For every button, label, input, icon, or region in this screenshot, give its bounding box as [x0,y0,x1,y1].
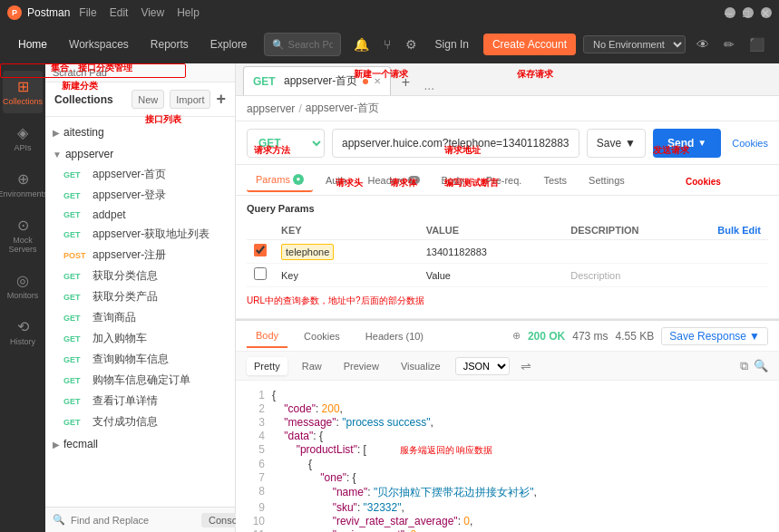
list-item[interactable]: POSTappserver-注册 [56,245,235,266]
import-button[interactable]: Import [170,90,210,109]
tab-body[interactable]: Body [433,169,473,191]
copy-response-icon[interactable]: ⧉ [740,359,748,373]
menu-edit[interactable]: Edit [106,5,132,21]
nav-home[interactable]: Home [11,34,54,55]
maximize-button[interactable]: □ [743,7,754,18]
search-response-icon[interactable]: 🔍 [754,359,768,373]
save-response-button[interactable]: Save Response ▼ [661,327,768,345]
method-badge: POST [63,251,89,260]
sidebar-item-label-environments: Environments [0,189,48,198]
fmt-tab-pretty[interactable]: Pretty [247,357,287,375]
sidebar-item-environments[interactable]: ⊕ Environments [3,163,43,206]
collection-group-header-fecmall[interactable]: ▶ fecmall [45,434,235,454]
tab-params[interactable]: Params ● [247,169,313,192]
nav-explore[interactable]: Explore [203,34,255,55]
method-badge: GET [63,314,89,323]
list-item[interactable]: GET获取分类产品 [56,286,235,307]
item-name: appserver-登录 [93,188,166,203]
resp-tab-headers[interactable]: Headers (10) [356,325,433,347]
list-item[interactable]: GET购物车信息确定订单 [56,370,235,391]
breadcrumb-part-2[interactable]: appserver-首页 [306,101,379,116]
tab-close-button[interactable]: ✕ [374,76,381,86]
tab-headers[interactable]: Headers 6 [359,169,429,191]
cookies-button[interactable]: Cookies [732,138,768,149]
menu-file[interactable]: File [75,5,100,21]
nav-workspaces[interactable]: Workspaces [62,34,136,55]
tab-settings[interactable]: Settings [579,169,634,191]
resp-tab-cookies[interactable]: Cookies [295,325,349,347]
param-desc-input[interactable] [570,270,701,281]
close-button[interactable]: ✕ [761,7,772,18]
new-collection-button[interactable]: New [131,90,164,109]
list-item[interactable]: GET支付成功信息 [56,411,235,432]
collection-group-appserver: ▼ appserver GETappserver-首页 GETappserver… [45,144,235,432]
gear-icon[interactable]: ⚙ [402,34,421,55]
param-value-input[interactable] [426,270,557,281]
bell-icon[interactable]: 🔔 [350,34,373,55]
sidebar-item-apis[interactable]: ◈ APIs [3,117,43,160]
breadcrumb: appserver / appserver-首页 [236,96,779,121]
list-item[interactable]: GETaddpet [56,206,235,224]
fmt-tab-preview[interactable]: Preview [336,357,386,375]
param-key-input[interactable] [281,270,412,281]
main-wrapper: ⊞ Collections ◈ APIs ⊕ Environments ⊙ Mo… [0,63,779,532]
tab-appserver-home[interactable]: GET appserver-首页 ✕ [243,66,391,95]
fmt-tab-raw[interactable]: Raw [295,357,329,375]
sign-in-button[interactable]: Sign In [428,34,476,54]
param-checkbox[interactable] [254,244,267,256]
menu-help[interactable]: Help [173,5,203,21]
list-item[interactable]: GETappserver-获取地址列表 [56,224,235,245]
search-input[interactable] [288,39,333,50]
response-icons: ⧉ 🔍 [740,359,768,373]
list-item[interactable]: GET查询商品 [56,307,235,328]
find-replace-input[interactable] [71,515,196,526]
save-label: Save [597,137,621,150]
create-account-button[interactable]: Create Account [483,34,576,55]
send-button[interactable]: Send ▼ [653,129,721,158]
more-tabs-button[interactable]: ··· [420,81,438,95]
breadcrumb-part-1[interactable]: appserver [247,102,295,115]
response-size: 4.55 KB [616,330,655,343]
collection-group-header-aitesting[interactable]: ▶ aitesting [45,122,235,142]
collection-group-header-appserver[interactable]: ▼ appserver [45,144,235,164]
list-item[interactable]: GET查询购物车信息 [56,349,235,370]
sidebar-item-collections[interactable]: ⊞ Collections [3,71,43,113]
list-item[interactable]: GET加入购物车 [56,328,235,349]
more-icon[interactable]: ⬛ [745,34,768,55]
method-badge: GET [63,376,89,385]
environment-select[interactable]: No Environment [583,35,686,53]
list-item[interactable]: GETappserver-登录 [56,185,235,206]
url-input[interactable] [332,129,579,158]
nav-reports[interactable]: Reports [143,34,196,55]
tab-auth[interactable]: Auth [316,169,355,191]
tab-prereq[interactable]: Pre-req. [477,169,531,191]
env-settings-icon[interactable]: 👁 [693,34,713,55]
list-item[interactable]: GET查看订单详情 [56,391,235,411]
sidebar-item-history[interactable]: ⟲ History [3,311,43,353]
wrap-icon[interactable]: ⇌ [521,359,531,373]
bulk-edit-button[interactable]: Bulk Edit [717,225,761,236]
method-select[interactable]: GET POST PUT DELETE [247,129,325,158]
edit-icon[interactable]: ✏ [720,34,738,55]
response-status: ⊕ 200 OK 473 ms 4.55 KB Save Response ▼ [512,327,768,345]
tab-tests[interactable]: Tests [534,169,576,191]
resp-tab-body[interactable]: Body [247,324,287,348]
search-box[interactable]: 🔍 [264,33,341,56]
add-tab-button[interactable]: + [393,70,418,95]
sidebar-item-monitors[interactable]: ◎ Monitors [3,265,43,307]
git-icon[interactable]: ⑂ [380,34,394,55]
add-collection-icon[interactable]: + [216,90,226,109]
list-item[interactable]: GET获取分类信息 [56,266,235,286]
sidebar-item-mock-servers[interactable]: ⊙ Mock Servers [3,209,43,261]
save-button[interactable]: Save ▼ [587,129,646,158]
send-label: Send [667,137,694,150]
fmt-tab-visualize[interactable]: Visualize [394,357,448,375]
list-item[interactable]: GETappserver-首页 [56,164,235,185]
code-line: 1{ [247,389,768,401]
format-select[interactable]: JSON XML HTML Text [455,357,510,375]
menu-view[interactable]: View [137,5,168,21]
param-checkbox-2[interactable] [254,267,267,280]
minimize-button[interactable]: ─ [725,7,735,18]
url-bar: GET POST PUT DELETE Save ▼ Send ▼ Cookie… [236,121,779,165]
item-name: 获取分类信息 [93,268,158,284]
